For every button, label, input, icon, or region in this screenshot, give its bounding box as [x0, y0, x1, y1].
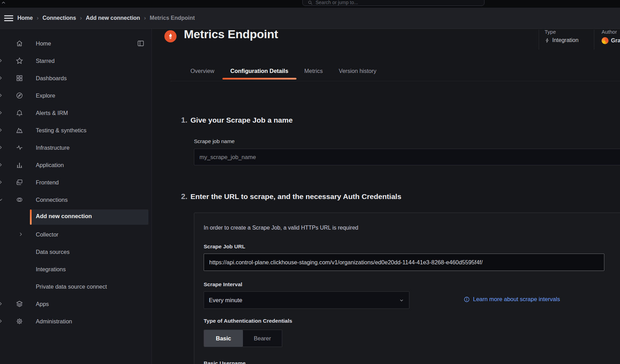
author-value: Grafana	[611, 38, 620, 44]
home-icon	[16, 40, 23, 47]
bell-icon	[16, 109, 23, 117]
sidebar-item-integrations[interactable]: Integrations	[0, 260, 152, 278]
dock-menu-icon[interactable]	[137, 40, 145, 47]
author-meta: Author Grafana	[602, 29, 620, 44]
sidebar-item-home[interactable]: Home	[0, 35, 152, 52]
chevron-right-icon[interactable]	[0, 58, 3, 63]
layers-icon	[16, 300, 23, 308]
scrape-job-url-label: Scrape Job URL	[204, 243, 245, 250]
bar-chart-icon	[16, 161, 23, 169]
compass-icon	[16, 92, 23, 99]
chevron-right-icon[interactable]	[0, 127, 3, 133]
chevron-right-icon[interactable]	[0, 162, 3, 167]
header-divider	[594, 30, 594, 50]
sidebar-item-connections[interactable]: Connections	[0, 191, 152, 208]
menu-icon[interactable]	[4, 14, 13, 23]
scrape-interval-label: Scrape Interval	[204, 281, 242, 288]
chevron-down-icon[interactable]	[0, 197, 3, 202]
tab-version-history[interactable]: Version history	[331, 63, 384, 80]
chevron-right-icon: ›	[36, 15, 39, 22]
breadcrumb: Home › Connections › Add new connection …	[17, 15, 195, 22]
breadcrumb-bar: Home › Connections › Add new connection …	[0, 8, 620, 29]
info-icon	[464, 296, 470, 303]
sidebar-item-administration[interactable]: Administration	[0, 313, 152, 330]
chevron-right-icon[interactable]	[0, 93, 3, 98]
auth-option-bearer[interactable]: Bearer	[243, 330, 282, 347]
tab-metrics[interactable]: Metrics	[296, 63, 331, 80]
auth-option-basic[interactable]: Basic	[204, 330, 243, 347]
section-1-heading: 1. Give your Scrape Job a name	[181, 116, 293, 125]
selected-nav-highlight[interactable]: Add new connection	[30, 209, 148, 225]
chevron-right-icon[interactable]	[0, 301, 3, 306]
chevron-right-icon[interactable]	[0, 180, 3, 185]
chevron-right-icon[interactable]	[0, 110, 3, 115]
scrape-job-name-label: Scrape job name	[194, 138, 235, 144]
scrape-job-name-input[interactable]	[194, 149, 620, 165]
basic-username-label: Basic Username	[204, 360, 246, 364]
dashboards-icon	[16, 74, 23, 82]
tab-bottom-border	[170, 81, 620, 81]
sidebar-item-apps[interactable]: Apps	[0, 295, 152, 313]
search-icon	[308, 0, 313, 5]
sidebar-item-explore[interactable]: Explore	[0, 87, 152, 104]
bolt-icon	[545, 38, 550, 43]
grafana-app: Search or jump to... Home › Connections …	[0, 0, 620, 364]
sidebar-item-data-sources[interactable]: Data sources	[0, 243, 152, 260]
type-value: Integration	[552, 37, 579, 43]
tab-configuration-details[interactable]: Configuration Details	[222, 63, 296, 80]
section-2-heading: 2. Enter the URL to scrape, and the nece…	[181, 192, 401, 201]
card-note: In order to create a Scrape Job, a valid…	[204, 225, 358, 231]
breadcrumb-metrics-endpoint: Metrics Endpoint	[150, 15, 195, 21]
url-auth-card: In order to create a Scrape Job, a valid…	[194, 213, 620, 364]
browser-icon	[16, 179, 23, 186]
k6-mountain-icon	[16, 126, 23, 134]
scrape-interval-select[interactable]: Every minute	[204, 291, 409, 309]
sidebar-item-application[interactable]: Application	[0, 156, 152, 174]
sidebar: Home Starred Dashboards Explore	[0, 29, 152, 364]
page-title: Metrics Endpoint	[184, 29, 278, 41]
sidebar-item-add-new-connection[interactable]: Add new connection	[0, 208, 152, 226]
sidebar-item-infrastructure[interactable]: Infrastructure	[0, 139, 152, 156]
chevron-right-icon[interactable]	[0, 318, 3, 324]
breadcrumb-connections[interactable]: Connections	[42, 15, 76, 21]
learn-more-link[interactable]: Learn more about scrape intervals	[464, 296, 560, 303]
main-content: Metrics Endpoint Type Integration Author…	[152, 29, 620, 364]
top-bar: Search or jump to...	[0, 0, 620, 8]
auth-type-label: Type of Authentication Credentials	[204, 318, 292, 324]
prometheus-icon	[164, 30, 177, 42]
sidebar-item-private-data-source-connect[interactable]: Private data source connect	[0, 278, 152, 295]
type-label: Type	[545, 29, 579, 35]
sidebar-item-starred[interactable]: Starred	[0, 52, 152, 69]
auth-type-toggle: Basic Bearer	[204, 330, 282, 347]
sidebar-item-dashboards[interactable]: Dashboards	[0, 69, 152, 87]
search-placeholder: Search or jump to...	[316, 0, 358, 5]
chevron-right-icon[interactable]	[0, 145, 3, 150]
breadcrumb-add-new-connection[interactable]: Add new connection	[86, 15, 140, 21]
star-icon	[16, 57, 23, 65]
author-label: Author	[602, 29, 620, 35]
header-divider	[539, 30, 539, 50]
pulse-icon	[16, 144, 23, 151]
chevron-up-icon[interactable]	[1, 0, 6, 5]
tab-overview[interactable]: Overview	[182, 63, 222, 80]
chevron-right-icon: ›	[144, 15, 146, 22]
gear-icon	[16, 317, 23, 325]
search-input[interactable]: Search or jump to...	[302, 0, 484, 6]
sidebar-item-testing-synthetics[interactable]: Testing & synthetics	[0, 122, 152, 139]
chevron-down-icon	[399, 298, 404, 303]
type-meta: Type Integration	[545, 29, 579, 43]
chevron-right-icon: ›	[80, 15, 82, 22]
scrape-interval-value: Every minute	[209, 297, 242, 304]
sidebar-item-collector[interactable]: Collector	[0, 226, 152, 243]
breadcrumb-home[interactable]: Home	[17, 15, 33, 21]
scrape-job-url-input[interactable]	[204, 254, 604, 271]
grafana-logo-icon	[602, 37, 609, 44]
sidebar-item-frontend[interactable]: Frontend	[0, 174, 152, 191]
tab-bar: Overview Configuration Details Metrics V…	[182, 63, 384, 80]
chevron-right-icon[interactable]	[18, 232, 23, 237]
active-indicator-bar	[30, 209, 32, 225]
sidebar-item-alerts-irm[interactable]: Alerts & IRM	[0, 104, 152, 122]
connections-icon	[16, 196, 23, 204]
chevron-right-icon[interactable]	[0, 75, 3, 81]
